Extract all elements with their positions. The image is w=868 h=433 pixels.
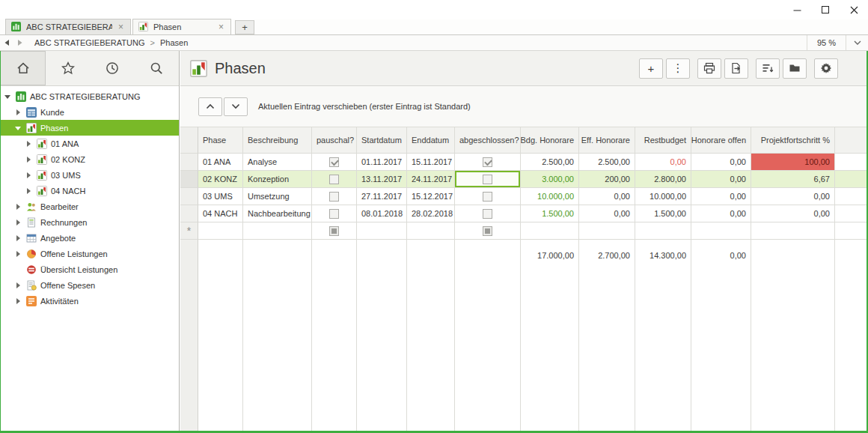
sidebar-item-abc-strategieberatung[interactable]: ABC STRATEGIEBERATUNG [0,88,179,104]
row-selector-current[interactable] [180,171,198,188]
maximize-button[interactable] [811,0,840,19]
cell-abgeschlossen[interactable] [455,205,521,222]
expand-icon[interactable] [4,93,12,100]
cell-abgeschlossen[interactable] [455,154,521,171]
tab-close-icon[interactable]: × [117,22,125,31]
row-selector[interactable] [180,188,198,205]
column-header-abgeschlossen[interactable]: abgeschlossen? [455,127,521,154]
expand-icon[interactable] [25,172,33,179]
cell-honorare-offen[interactable]: 0,00 [691,171,751,188]
cell-restbudget[interactable]: 2.800,00 [635,171,691,188]
expand-icon[interactable] [15,203,22,211]
cell-honorare-offen-new[interactable] [691,222,751,240]
expand-icon[interactable] [15,250,22,258]
forward-button[interactable] [13,35,27,50]
column-header-bdg-honorare[interactable]: Bdg. Honorare [521,127,579,154]
sidebar-item-phasen[interactable]: Phasen [0,120,179,136]
cell-honorare-offen[interactable]: 0,00 [691,154,751,171]
cell-enddatum[interactable]: 28.02.2018 [407,205,455,222]
cell-eff-honorare[interactable]: 2.500,00 [579,154,635,171]
cell-pauschal[interactable] [312,171,357,188]
close-button[interactable] [840,0,868,19]
column-header-beschreibung[interactable]: Beschreibung [243,127,312,154]
cell-enddatum[interactable]: 15.12.2017 [407,188,455,205]
sidebar-item-03-ums[interactable]: 03 UMS [0,167,179,183]
search-button[interactable] [135,51,179,85]
breadcrumb-segment-current[interactable]: Phasen [160,38,188,47]
sidebar-item-angebote[interactable]: Angebote [0,230,179,246]
cell-bdg-honorare-new[interactable] [521,222,579,240]
cell-honorare-offen[interactable]: 0,00 [691,188,751,205]
cell-startdatum[interactable]: 01.11.2017 [357,154,407,171]
cell-projektfortschritt[interactable]: 6,67 [751,171,835,188]
settings-button[interactable] [814,58,838,79]
cell-phase[interactable]: 02 KONZ [198,171,243,188]
tab-close-icon[interactable]: × [217,22,225,31]
column-header-phase[interactable]: Phase [198,127,243,154]
row-selector[interactable] [180,154,198,171]
add-button[interactable]: + [639,58,663,79]
expand-icon[interactable] [15,234,22,242]
expand-icon[interactable] [15,282,22,289]
row-selector[interactable] [180,205,198,222]
cell-abgeschlossen[interactable] [455,188,521,205]
cell-eff-honorare[interactable]: 0,00 [579,205,635,222]
checkbox-unchecked[interactable] [329,175,339,184]
cell-eff-honorare[interactable]: 0,00 [579,188,635,205]
history-button[interactable] [91,51,135,85]
column-header-projektfortschritt[interactable]: Projektfortschritt % [751,127,835,154]
minimize-button[interactable] [783,0,811,19]
move-up-button[interactable] [198,97,222,116]
cell-beschreibung[interactable]: Analyse [243,154,312,171]
cell-startdatum-new[interactable] [357,222,407,240]
expand-icon[interactable] [25,156,33,163]
folder-button[interactable] [783,58,807,79]
expand-icon[interactable] [25,140,33,148]
cell-restbudget[interactable]: 10.000,00 [635,188,691,205]
cell-beschreibung[interactable]: Umsetzung [243,188,312,205]
checkbox-unchecked[interactable] [329,209,339,219]
sidebar-item-uebersicht-leistungen[interactable]: Übersicht Leistungen [0,261,179,277]
move-down-button[interactable] [224,97,248,116]
cell-projektfortschritt-new[interactable] [751,222,835,240]
column-header-startdatum[interactable]: Startdatum [357,127,407,154]
cell-projektfortschritt[interactable]: 0,00 [751,205,835,222]
sidebar-item-02-konz[interactable]: 02 KONZ [0,151,179,167]
cell-phase[interactable]: 01 ANA [198,154,243,171]
export-button[interactable] [724,58,748,79]
column-header-restbudget[interactable]: Restbudget [635,127,691,154]
cell-honorare-offen[interactable]: 0,00 [691,205,751,222]
cell-abgeschlossen-new[interactable] [455,222,521,240]
cell-startdatum[interactable]: 27.11.2017 [357,188,407,205]
cell-restbudget-new[interactable] [635,222,691,240]
cell-enddatum-new[interactable] [407,222,455,240]
checkbox-unchecked[interactable] [483,192,492,202]
cell-beschreibung-new[interactable] [243,222,312,240]
cell-bdg-honorare[interactable]: 3.000,00 [521,171,579,188]
cell-pauschal-new[interactable] [312,222,357,240]
cell-phase[interactable]: 04 NACH [198,205,243,222]
checkbox-checked[interactable] [483,157,492,167]
cell-phase-new[interactable] [198,222,243,240]
sidebar-item-offene-spesen[interactable]: Offene Spesen [0,277,179,293]
zoom-value[interactable]: 95 % [807,35,846,50]
cell-restbudget[interactable]: 1.500,00 [635,205,691,222]
cell-eff-honorare[interactable]: 200,00 [579,171,635,188]
sidebar-item-04-nach[interactable]: 04 NACH [0,183,179,199]
print-button[interactable] [697,58,721,79]
sidebar-item-bearbeiter[interactable]: Bearbeiter [0,199,179,214]
expand-icon[interactable] [15,219,22,226]
cell-pauschal[interactable] [312,188,357,205]
cell-restbudget[interactable]: 0,00 [635,154,691,171]
cell-pauschal[interactable] [312,154,357,171]
checkbox-checked[interactable] [329,157,339,167]
expand-icon[interactable] [15,297,22,305]
expand-icon[interactable] [15,109,22,116]
cell-phase[interactable]: 03 UMS [198,188,243,205]
cell-enddatum[interactable]: 24.11.2017 [407,171,455,188]
column-header-eff-honorare[interactable]: Eff. Honorare [579,127,635,154]
zoom-dropdown-button[interactable] [846,35,868,50]
column-header-honorare-offen[interactable]: Honorare offen [691,127,751,154]
cell-projektfortschritt[interactable]: 0,00 [751,188,835,205]
sidebar-item-01-ana[interactable]: 01 ANA [0,136,179,151]
